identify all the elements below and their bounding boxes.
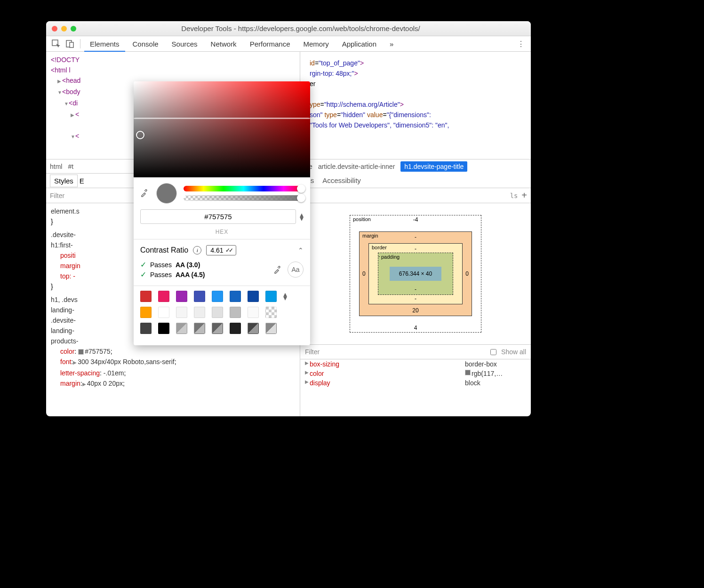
palette-swatch[interactable] <box>230 307 241 318</box>
bc-1[interactable]: #t <box>68 163 73 170</box>
palette-swatch[interactable] <box>212 323 223 334</box>
tab-styles[interactable]: Styles <box>50 175 78 187</box>
css-prop-font: font <box>60 358 71 366</box>
palette-swatch[interactable] <box>265 307 277 318</box>
palette-swatch[interactable] <box>158 307 169 318</box>
palette-swatch[interactable] <box>158 323 169 334</box>
palette-swatch[interactable] <box>194 291 205 302</box>
dom-frag: son" type="hidden" value="{"dimensions": <box>310 110 449 120</box>
box-model: position -4 4 margin - 20 0 0 border - -… <box>300 203 531 344</box>
tab-sources[interactable]: Sources <box>166 36 203 52</box>
color-swatch-icon[interactable] <box>78 349 84 355</box>
div-tag: <di <box>69 99 78 107</box>
tab-memory[interactable]: Memory <box>298 36 335 52</box>
tab-performance[interactable]: Performance <box>244 36 296 52</box>
devtools-window: Developer Tools - https://developers.goo… <box>46 21 531 416</box>
palette-swatch[interactable] <box>212 291 223 302</box>
palette-swatch[interactable] <box>194 323 205 334</box>
breadcrumb-right: cle article.devsite-article-inner h1.dev… <box>300 159 531 173</box>
tab-overflow-icon[interactable]: » <box>384 36 399 52</box>
hex-label: HEX <box>134 229 310 239</box>
hex-input[interactable] <box>140 209 296 224</box>
device-toggle-icon[interactable] <box>64 38 76 50</box>
info-icon[interactable]: i <box>193 246 201 254</box>
hov-cls-row: ls + <box>300 188 531 203</box>
palette-swatch[interactable] <box>248 291 259 302</box>
palette-swatch[interactable] <box>248 323 259 334</box>
palette-swatch[interactable] <box>248 307 259 318</box>
tab-accessibility[interactable]: Accessibility <box>322 176 361 184</box>
styles-filter[interactable]: Filter <box>50 192 64 199</box>
palette-swatch[interactable] <box>176 323 187 334</box>
palette-swatch[interactable] <box>158 291 169 302</box>
computed-filter[interactable]: Filter <box>305 348 320 356</box>
dom-frag: er <box>310 79 449 89</box>
add-rule-icon[interactable]: + <box>521 190 527 201</box>
css-prop: positi <box>60 252 76 259</box>
check-icon: ✓ <box>140 260 146 269</box>
css-prop-color: color <box>60 348 74 355</box>
head-tag: <head <box>62 77 80 84</box>
color-picker: ▴▾ HEX Contrast Ratio i 4.61✓✓ ⌃ ✓Passes… <box>134 81 310 345</box>
contrast-section: Contrast Ratio i 4.61✓✓ ⌃ ✓Passes AA (3.… <box>134 239 310 286</box>
html-tag: <html l <box>51 66 71 74</box>
palette-swatch[interactable] <box>230 291 241 302</box>
dom-frag: "Tools for Web Developers", "dimension5"… <box>310 120 449 130</box>
bc-html[interactable]: html <box>50 163 62 170</box>
palette-swatch[interactable] <box>230 323 241 334</box>
palette-swatch[interactable] <box>140 291 152 302</box>
color-preview <box>156 183 177 204</box>
bg-eyedropper-icon[interactable] <box>273 264 283 275</box>
tab-elements[interactable]: Elements <box>84 36 125 52</box>
dom-frag: ype="http://schema.org/Article"> <box>310 99 449 110</box>
collapse-icon[interactable]: ⌃ <box>298 246 304 254</box>
element-style: element.s <box>51 207 80 215</box>
palette-toggle-icon[interactable]: ▴▾ <box>283 293 287 300</box>
body-tag: <body <box>62 88 80 95</box>
bc-h1[interactable]: h1.devsite-page-title <box>400 161 467 172</box>
palette-swatch[interactable] <box>194 307 205 318</box>
traffic-lights <box>52 26 76 32</box>
minimize-icon[interactable] <box>61 26 67 32</box>
palette-swatch[interactable] <box>265 323 277 334</box>
palette-swatch[interactable] <box>212 307 223 318</box>
spectrum-handle-icon[interactable] <box>136 131 144 139</box>
eyedropper-icon[interactable] <box>140 188 150 199</box>
tab-application[interactable]: Application <box>336 36 382 52</box>
titlebar: Developer Tools - https://developers.goo… <box>46 21 531 36</box>
text-sample-icon[interactable]: Aa <box>288 262 304 278</box>
alpha-handle-icon[interactable] <box>297 194 305 202</box>
right-subtabs: ies Accessibility <box>300 173 531 188</box>
spectrum[interactable] <box>134 81 310 177</box>
palette-swatch[interactable] <box>265 291 277 302</box>
tab-network[interactable]: Network <box>205 36 242 52</box>
format-toggle-icon[interactable]: ▴▾ <box>300 213 304 221</box>
palette-swatch[interactable] <box>176 291 187 302</box>
computed-filter-row: Filter Show all <box>300 344 531 359</box>
palette-swatch[interactable] <box>140 323 152 334</box>
more-icon[interactable]: ⋮ <box>515 38 527 50</box>
maximize-icon[interactable] <box>71 26 76 32</box>
dom-frag: id="top_of_page"> <box>310 58 449 68</box>
alpha-slider[interactable] <box>184 195 304 201</box>
palette-swatch[interactable] <box>176 307 187 318</box>
hue-slider[interactable] <box>184 186 304 191</box>
toolbar: Elements Console Sources Network Perform… <box>46 36 531 52</box>
tab-console[interactable]: Console <box>127 36 164 52</box>
inspect-icon[interactable] <box>50 38 62 50</box>
close-icon[interactable] <box>52 26 57 32</box>
palette-swatch[interactable] <box>140 307 152 318</box>
showall-label: Show all <box>501 348 526 356</box>
css-prop: margin <box>60 262 80 270</box>
window-title: Developer Tools - https://developers.goo… <box>76 24 525 32</box>
check-icon: ✓ <box>140 270 146 279</box>
bc-article[interactable]: article.devsite-article-inner <box>318 163 395 170</box>
computed-list[interactable]: ▶box-sizingborder-box ▶colorrgb(117,… ▶d… <box>300 359 531 416</box>
hue-handle-icon[interactable] <box>297 184 305 193</box>
contrast-ratio: 4.61✓✓ <box>206 245 236 255</box>
showall-checkbox[interactable] <box>490 349 496 355</box>
css-prop: top: - <box>60 272 75 280</box>
tab-events[interactable]: E <box>80 177 84 185</box>
dom-frag: rgin-top: 48px;"> <box>310 68 449 79</box>
bm-content: 676.344 × 40 <box>390 267 441 281</box>
